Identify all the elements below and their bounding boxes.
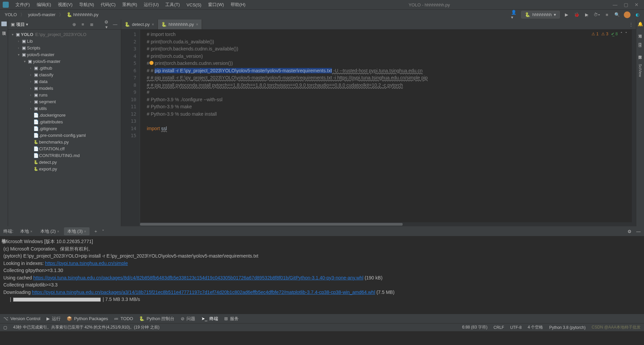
tree-item[interactable]: 📄.gitattributes: [8, 118, 121, 125]
menu-window[interactable]: 窗口(W): [205, 1, 227, 9]
right-tool-stripe: 🔔 通知 🗄 数据库 SciView: [636, 20, 644, 226]
terminal-panel: 终端: 本地× 本地 (2)× 本地 (3)× ＋ ˅ ⚙ — Microsof…: [0, 226, 644, 314]
tree-item[interactable]: ›▣utils: [8, 105, 121, 112]
tree-item[interactable]: 📄CITATION.cff: [8, 145, 121, 152]
minimize-icon[interactable]: —: [610, 2, 620, 7]
file-encoding[interactable]: UTF-8: [510, 325, 521, 330]
status-bar: ▢ 43秒 中已完成索引。共享索引已应用于 42% 的文件(4,251/9,91…: [0, 323, 644, 331]
locate-icon[interactable]: ⊕: [71, 22, 77, 27]
tab-hhhhhhhh[interactable]: 🐍 hhhhhhhh.py ×: [158, 20, 202, 29]
tree-item[interactable]: ›▣models: [8, 85, 121, 91]
menu-run[interactable]: 运行(U): [141, 1, 161, 9]
editor-tabs: 🐍 detect.py × 🐍 hhhhhhhh.py × ⋮: [121, 20, 636, 30]
tree-item[interactable]: 📄.dockerignore: [8, 112, 121, 118]
bt-terminal[interactable]: ➤_ 终端: [201, 316, 218, 322]
term-add-icon[interactable]: ＋: [94, 228, 98, 234]
tree-item[interactable]: ▾▣yolov5-master: [8, 51, 121, 58]
user-icon[interactable]: 👤▾: [511, 11, 518, 18]
tree-item[interactable]: 🐍detect.py: [8, 159, 121, 165]
tree-item[interactable]: 📄CONTRIBUTING.md: [8, 152, 121, 159]
tree-item[interactable]: ›▣segment: [8, 98, 121, 105]
title-bar: 文件(F) 编辑(E) 视图(V) 导航(N) 代码(C) 重构(R) 运行(U…: [0, 0, 644, 9]
term-dropdown-icon[interactable]: ˅: [102, 229, 104, 234]
tab-menu-icon[interactable]: ⋮: [629, 22, 633, 27]
bt-python-packages[interactable]: 📦 Python Packages: [67, 316, 108, 321]
avatar[interactable]: [624, 11, 631, 18]
bt-services[interactable]: ⊞ 服务: [224, 316, 239, 322]
bc-1[interactable]: yolov5-master: [27, 11, 57, 18]
code-with-me-icon[interactable]: ◐: [634, 11, 641, 18]
editor-area: 🐍 detect.py × 🐍 hhhhhhhh.py × ⋮ 12345678…: [121, 20, 636, 226]
term-settings-icon[interactable]: ⚙: [628, 229, 632, 234]
menu-edit[interactable]: 编辑(E): [34, 1, 54, 9]
h-scrollbar[interactable]: [140, 222, 632, 226]
tree-item[interactable]: ›▣.github: [8, 65, 121, 71]
code-editor[interactable]: # import torch # print(torch.cuda.is_ava…: [140, 30, 632, 226]
tree-item[interactable]: ›▣classify: [8, 71, 121, 78]
tool-window-toggle-icon[interactable]: ▢: [3, 325, 7, 330]
tree-item[interactable]: ›▣Lib: [8, 38, 121, 44]
menu-help[interactable]: 帮助(H): [228, 1, 248, 9]
project-tool-icon[interactable]: [1, 22, 7, 26]
tab-detect[interactable]: 🐍 detect.py ×: [121, 20, 158, 29]
notifications-icon[interactable]: 🔔: [638, 22, 643, 27]
interpreter-status[interactable]: Python 3.8 (pytorch): [549, 325, 585, 330]
tree-item[interactable]: 📄.pre-commit-config.yaml: [8, 132, 121, 139]
nav-bar: YOLO〉 yolov5-master〉 🐍 hhhhhhhh.py 👤▾ 🐍 …: [0, 9, 644, 20]
structure-tool-label[interactable]: 结构 书签: [1, 235, 6, 236]
menu-view[interactable]: 视图(V): [55, 1, 75, 9]
watermark: CSDN @AAA本地柿子批发: [591, 324, 641, 330]
run-config-selector[interactable]: 🐍 hhhhhhhh ▾: [521, 11, 560, 18]
profile-icon[interactable]: ⏱▾: [594, 11, 600, 18]
tree-item[interactable]: ›▣data: [8, 78, 121, 85]
bc-root[interactable]: YOLO: [3, 11, 18, 18]
bc-2[interactable]: 🐍 hhhhhhhh.py: [65, 11, 100, 18]
bt-vcs[interactable]: ⌥ Version Control: [3, 316, 40, 321]
project-tree[interactable]: ▾▣ YOLO E:\py_project_2023\YOLO ›▣Lib›▣S…: [8, 30, 121, 226]
line-separator[interactable]: CRLF: [494, 325, 504, 330]
term-tab-2[interactable]: 本地 (3)×: [64, 227, 90, 235]
database-icon[interactable]: 🗄: [638, 43, 642, 48]
menu-vcs[interactable]: VCS(S): [184, 1, 204, 8]
breadcrumb: YOLO〉 yolov5-master〉 🐍 hhhhhhhh.py: [3, 11, 100, 18]
tree-item[interactable]: ▾▣yolov5-master: [8, 58, 121, 65]
term-hide-icon[interactable]: —: [636, 229, 641, 234]
caret-position[interactable]: 6:88 (83 字符): [462, 324, 487, 330]
menu-code[interactable]: 代码(C): [98, 1, 118, 9]
maximize-icon[interactable]: ▢: [621, 2, 631, 7]
line-gutter[interactable]: 123456789101112131415: [121, 30, 140, 226]
menu-tools[interactable]: 工具(T): [163, 1, 182, 9]
menu-navigate[interactable]: 导航(N): [76, 1, 97, 9]
terminal-body[interactable]: Microsoft Windows [版本 10.0.22635.2771](c…: [0, 236, 644, 314]
expand-icon[interactable]: ≡: [80, 22, 86, 27]
stop-icon[interactable]: ■: [604, 11, 610, 18]
term-tab-0[interactable]: 本地×: [17, 227, 36, 235]
close-icon[interactable]: ✕: [632, 2, 641, 7]
tree-item[interactable]: 🐍benchmarks.py: [8, 139, 121, 145]
tab-close-icon[interactable]: ×: [152, 22, 154, 27]
coverage-icon[interactable]: ▶̤: [583, 11, 590, 18]
tree-item[interactable]: 📄.gitignore: [8, 125, 121, 132]
collapse-icon[interactable]: ≣: [89, 22, 95, 27]
tab-close-icon[interactable]: ×: [196, 22, 198, 27]
bt-python-console[interactable]: 🐍 Python 控制台: [139, 316, 174, 322]
tree-item[interactable]: 🐍export.py: [8, 165, 121, 172]
indent-status[interactable]: 4 个空格: [528, 324, 543, 330]
sciview-label[interactable]: SciView: [638, 64, 642, 77]
inspection-indicators[interactable]: ⚠ 1 ⚠ 3 ✔̲ 8 ˄˅: [591, 32, 627, 36]
tree-item[interactable]: ›▣runs: [8, 91, 121, 98]
debug-icon[interactable]: 🐞: [573, 11, 580, 18]
term-tab-1[interactable]: 本地 (2)×: [37, 227, 63, 235]
tree-item[interactable]: ›▣Scripts: [8, 44, 121, 51]
run-icon[interactable]: ▶: [563, 11, 570, 18]
bt-run[interactable]: ▶ 运行: [46, 316, 61, 322]
bt-todo[interactable]: ≔ TODO: [114, 316, 133, 321]
menu-file[interactable]: 文件(F): [13, 1, 33, 9]
settings-icon[interactable]: ⚙ ▾: [103, 20, 109, 30]
hide-icon[interactable]: —: [112, 22, 118, 27]
indexing-status: 43秒 中已完成索引。共享索引已应用于 42% 的文件(4,251/9,910)…: [13, 324, 160, 330]
menu-refactor[interactable]: 重构(R): [120, 1, 140, 9]
search-icon[interactable]: 🔍: [614, 11, 620, 18]
bt-problems[interactable]: ⊘ 问题: [181, 316, 195, 322]
editor-scroll-strip[interactable]: [632, 30, 636, 226]
